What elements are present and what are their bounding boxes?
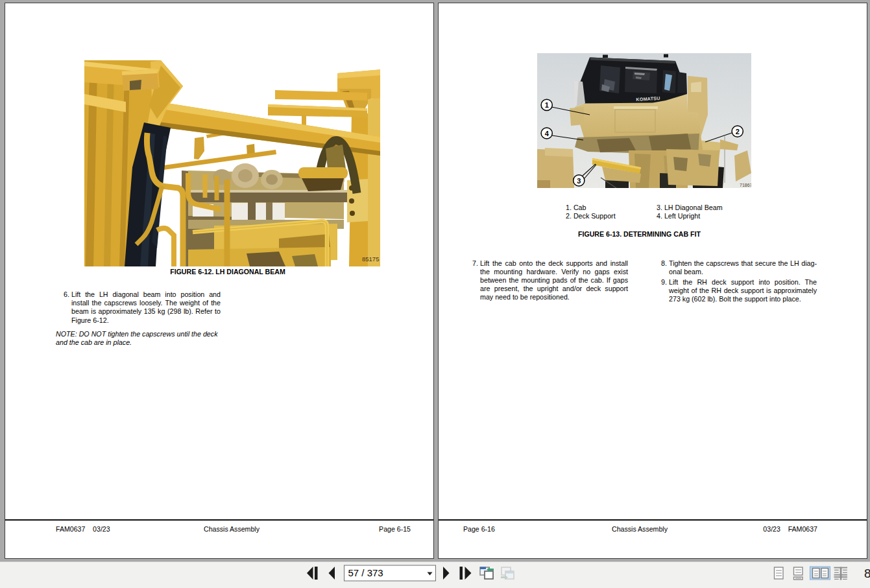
svg-text:3: 3: [577, 177, 581, 185]
svg-text:8: 8: [864, 567, 870, 580]
svg-text:4: 4: [545, 130, 550, 137]
svg-text:57 / 373: 57 / 373: [348, 567, 383, 578]
svg-text:85175: 85175: [362, 255, 379, 263]
svg-text:1: 1: [545, 101, 549, 109]
svg-text:71867: 71867: [740, 183, 751, 187]
svg-text:2: 2: [736, 128, 740, 135]
